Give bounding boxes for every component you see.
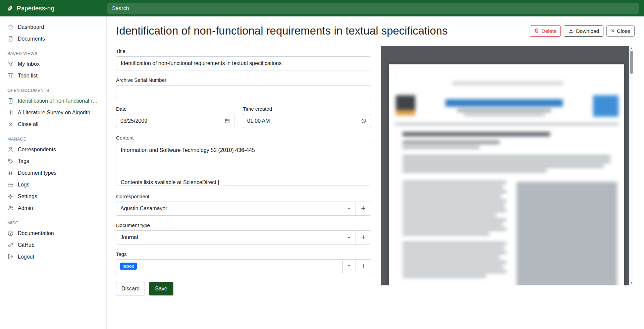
sidebar-item-dashboard[interactable]: Dashboard bbox=[0, 21, 106, 33]
download-icon bbox=[568, 28, 574, 34]
tags-label: Tags bbox=[116, 251, 371, 257]
sidebar-item-label: Dashboard bbox=[18, 24, 44, 30]
page-title: Identification of non-functional require… bbox=[116, 24, 448, 38]
date-label: Date bbox=[116, 106, 234, 112]
tags-input[interactable]: Inbox bbox=[116, 259, 343, 273]
discard-button[interactable]: Discard bbox=[116, 282, 145, 295]
people-icon bbox=[7, 205, 14, 211]
close-button[interactable]: × Close bbox=[606, 25, 635, 37]
sidebar-item-tags[interactable]: Tags bbox=[0, 155, 106, 167]
correspondent-value: Agustin Casamayor bbox=[120, 206, 167, 212]
sidebar-item-logs[interactable]: Logs bbox=[0, 179, 106, 190]
top-navbar: Paperless-ng bbox=[0, 0, 644, 16]
funnel-icon bbox=[7, 72, 14, 79]
hash-icon bbox=[7, 170, 14, 176]
document-type-value: Journal bbox=[120, 234, 138, 240]
trash-icon bbox=[534, 28, 539, 34]
list-icon bbox=[7, 181, 14, 188]
sidebar-item-label: Todo list bbox=[18, 73, 38, 79]
date-value: 03/25/2009 bbox=[120, 118, 147, 124]
content-label: Content bbox=[116, 135, 371, 141]
funnel-icon bbox=[7, 61, 14, 67]
title-label: Title bbox=[116, 48, 371, 54]
pdf-viewer-background bbox=[381, 46, 629, 285]
sidebar-item-label: A Literature Survey on Algorithms for Mu… bbox=[18, 110, 99, 116]
scrollbar-thumb[interactable] bbox=[630, 51, 633, 74]
sidebar-item-open-doc-2[interactable]: A Literature Survey on Algorithms for Mu… bbox=[0, 107, 106, 118]
paperless-leaf-logo-icon bbox=[6, 5, 13, 12]
document-type-select[interactable]: Journal bbox=[116, 230, 356, 244]
asn-label: Archive Serial Number bbox=[116, 77, 371, 83]
gear-icon bbox=[7, 193, 14, 200]
sidebar-item-label: Correspondents bbox=[18, 147, 56, 153]
sidebar-item-correspondents[interactable]: Correspondents bbox=[0, 144, 106, 155]
close-button-label: Close bbox=[617, 29, 630, 34]
file-text-icon bbox=[7, 109, 14, 116]
save-button[interactable]: Save bbox=[149, 282, 173, 295]
sidebar-item-todo-list[interactable]: Todo list bbox=[0, 70, 106, 81]
pdf-page bbox=[389, 64, 624, 285]
scrollbar-arrow-up-icon[interactable]: ▲ bbox=[630, 46, 633, 51]
chevron-down-icon bbox=[346, 206, 352, 211]
add-document-type-button[interactable]: + bbox=[356, 230, 371, 244]
sidebar-item-admin[interactable]: Admin bbox=[0, 202, 106, 214]
chevron-up-icon bbox=[347, 263, 352, 269]
sidebar-item-documentation[interactable]: Documentation bbox=[0, 227, 106, 239]
sidebar-item-close-all[interactable]: Close all bbox=[0, 118, 106, 130]
clock-icon[interactable] bbox=[361, 118, 367, 124]
brand[interactable]: Paperless-ng bbox=[0, 5, 107, 12]
chevron-down-icon bbox=[346, 235, 352, 240]
download-button[interactable]: Download bbox=[564, 25, 603, 37]
file-text-icon bbox=[7, 98, 14, 104]
sidebar-item-label: Admin bbox=[18, 205, 33, 211]
question-circle-icon bbox=[7, 230, 14, 236]
sidebar-item-label: Close all bbox=[18, 121, 38, 127]
time-created-label: Time created bbox=[243, 106, 371, 112]
date-input[interactable]: 03/25/2009 bbox=[116, 114, 234, 128]
sidebar-item-label: Tags bbox=[18, 158, 29, 164]
sidebar-item-label: My Inbox bbox=[18, 61, 40, 67]
pdf-page-blurred-content bbox=[389, 64, 624, 285]
document-actions: Delete Download × Close bbox=[530, 25, 635, 37]
sidebar-item-my-inbox[interactable]: My Inbox bbox=[0, 58, 106, 70]
delete-button[interactable]: Delete bbox=[530, 25, 561, 37]
house-icon bbox=[7, 24, 14, 30]
pdf-preview[interactable]: ▲ ▼ bbox=[381, 46, 633, 285]
sidebar-item-github[interactable]: GitHub bbox=[0, 239, 106, 251]
download-button-label: Download bbox=[576, 29, 599, 34]
file-icon bbox=[7, 36, 14, 42]
search-input[interactable] bbox=[107, 3, 639, 14]
tags-dropdown-toggle[interactable] bbox=[342, 259, 356, 273]
sidebar-item-label: GitHub bbox=[18, 242, 35, 248]
sidebar-item-document-types[interactable]: Document types bbox=[0, 167, 106, 179]
brand-name: Paperless-ng bbox=[17, 5, 54, 12]
add-tag-button[interactable]: + bbox=[356, 259, 371, 273]
time-input[interactable]: 01:00 AM bbox=[243, 114, 371, 128]
content-textarea[interactable]: Information and Software Technology 52 (… bbox=[116, 143, 371, 185]
logout-icon bbox=[7, 254, 14, 260]
sidebar-item-label: Identification of non-functional require… bbox=[18, 98, 99, 104]
sidebar-item-logout[interactable]: Logout bbox=[0, 251, 106, 263]
sidebar-item-label: Documents bbox=[18, 36, 45, 42]
tag-badge-inbox[interactable]: Inbox bbox=[120, 263, 137, 270]
scrollbar-arrow-down-icon[interactable]: ▼ bbox=[630, 281, 633, 285]
document-edit-form: Title Archive Serial Number Date 03/25/2… bbox=[116, 48, 371, 295]
sidebar-item-settings[interactable]: Settings bbox=[0, 190, 106, 202]
sidebar-item-label: Logs bbox=[18, 182, 30, 188]
sidebar-item-documents[interactable]: Documents bbox=[0, 33, 106, 45]
add-correspondent-button[interactable]: + bbox=[356, 202, 371, 216]
correspondent-select[interactable]: Agustin Casamayor bbox=[116, 202, 356, 216]
sidebar-item-label: Settings bbox=[18, 194, 37, 200]
title-input[interactable] bbox=[116, 56, 371, 70]
person-icon bbox=[7, 146, 14, 153]
preview-scrollbar[interactable]: ▲ ▼ bbox=[629, 46, 633, 285]
archive-serial-number-input[interactable] bbox=[116, 85, 371, 99]
sidebar: Dashboard Documents SAVED VIEWS My Inbox… bbox=[0, 16, 107, 329]
tag-icon bbox=[7, 158, 14, 164]
sidebar-item-open-doc-1[interactable]: Identification of non-functional require… bbox=[0, 95, 106, 107]
time-value: 01:00 AM bbox=[247, 118, 270, 124]
link-icon bbox=[7, 242, 14, 248]
sidebar-item-label: Documentation bbox=[18, 230, 54, 236]
main-content: Identification of non-functional require… bbox=[107, 16, 644, 329]
calendar-icon[interactable] bbox=[224, 118, 230, 124]
